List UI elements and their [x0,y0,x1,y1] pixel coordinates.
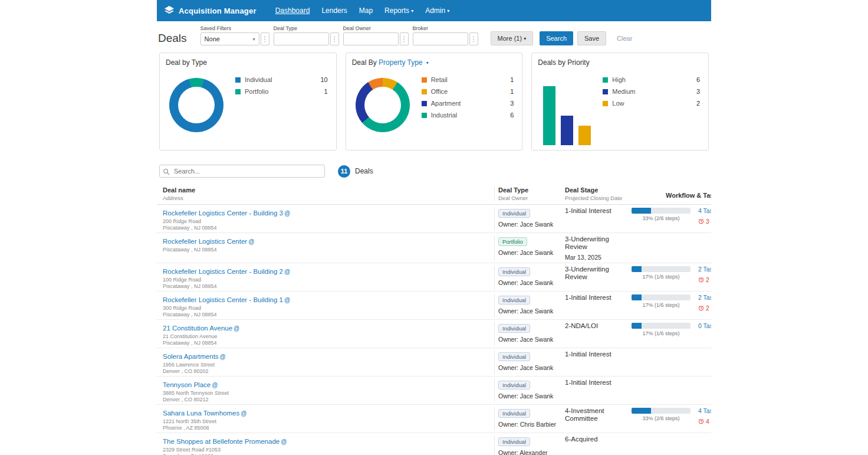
deal-owner-options-button[interactable]: ⋮ [400,32,409,45]
table-row[interactable]: Rockefeller Logistics Center - Building … [157,263,711,292]
brand-name[interactable]: Acquisition Manager [179,6,257,15]
broker-group: Broker⋮ [413,25,478,45]
deal-address-city: Denver , CO 80212 [163,397,494,402]
legend-swatch-icon [235,89,241,94]
tasks-link[interactable]: 0 Tasks [698,322,711,329]
deal-name-link[interactable]: Rockefeller Logistics Center - Building … [163,296,290,303]
deal-map-link-icon[interactable]: @ [234,325,239,332]
deal-owner: Owner: Alexander Lewis [498,449,561,455]
overdue-tasks[interactable]: 2 Overdue [698,276,711,283]
broker-input[interactable] [413,32,468,45]
workflow-progress-bar [632,294,691,300]
deal-name-link[interactable]: Rockefeller Logistics Center - Building … [163,210,290,217]
deal-map-link-icon[interactable]: @ [241,410,246,417]
tasks-link[interactable]: 2 Tasks [698,266,711,273]
chart-group-by-dropdown[interactable]: Property Type ▾ [379,58,429,67]
tasks-link[interactable]: 4 Tasks [698,207,711,214]
legend-label: Medium [612,88,696,95]
nav-links: DashboardLendersMapReports▾Admin▾ [269,4,456,17]
legend-value: 6 [510,112,514,119]
table-row[interactable]: Solera Apartments@ 1956 Lawrence Street … [157,348,711,377]
deal-name-link[interactable]: The Shoppes at Bellefonte Promenade@ [163,438,287,445]
table-row[interactable]: Tennyson Place@ 3885 North Tennyson Stre… [157,377,711,405]
legend-label: Office [431,88,511,95]
tasks-link[interactable]: 2 Tasks [698,294,711,301]
tasks-link[interactable]: 4 Tasks [698,407,711,414]
workflow-progress-text: 33% (2/6 steps) [632,415,691,421]
nav-item-dashboard[interactable]: Dashboard [269,4,316,17]
overdue-tasks[interactable]: 3 Overdue [698,218,711,225]
workflow-progress-fill [632,294,642,300]
legend-item-apartment: Apartment3 [422,100,514,107]
overdue-tasks[interactable]: 4 Overdue [698,418,711,425]
brand[interactable]: Acquisition Manager [164,6,257,15]
workflow-progress-bar [632,208,691,214]
table-row[interactable]: Rockefeller Logistics Center - Building … [157,205,711,233]
table-row[interactable]: The Shoppes at Bellefonte Promenade@ 232… [157,433,711,455]
deal-address-street: Piscataway , NJ 08854 [163,247,494,253]
clear-button[interactable]: Clear [610,31,639,45]
broker-options-button[interactable]: ⋮ [469,32,478,45]
legend-value: 2 [696,100,700,107]
deal-type-input[interactable] [274,32,329,45]
nav-item-map[interactable]: Map [353,4,379,17]
legend-item-industrial: Industrial6 [422,112,514,119]
projected-closing-date: Mar 13, 2025 [565,254,628,261]
deal-owner: Owner: Chris Barbier [498,421,561,428]
search-icon [163,167,170,178]
deal-map-link-icon[interactable]: @ [284,210,290,217]
top-nav: Acquisition Manager DashboardLendersMapR… [157,0,711,21]
nav-item-lenders[interactable]: Lenders [315,4,353,17]
deal-type-label: Deal Type [274,25,339,31]
deal-type-options-button[interactable]: ⋮ [330,32,339,45]
deal-map-link-icon[interactable]: @ [281,438,287,445]
deal-map-link-icon[interactable]: @ [284,269,290,275]
chart-card-deal-by-type: Deal by TypeIndividual10Portfolio1 [159,53,337,150]
alarm-clock-icon [698,218,704,224]
deals-search-input[interactable] [159,165,325,178]
workflow-progress-text: 17% (1/6 steps) [632,274,691,280]
table-row[interactable]: Rockefeller Logistics Center@ Piscataway… [157,233,711,263]
deal-stage: 1-Initial Interest [565,207,628,215]
deal-map-link-icon[interactable]: @ [212,382,218,388]
deals-count-badge: 11 [338,165,350,178]
deal-name-link[interactable]: 21 Constitution Avenue@ [163,325,239,332]
deal-owner: Owner: Jace Swank [498,249,561,256]
deal-name-link[interactable]: Rockefeller Logistics Center@ [163,238,254,245]
save-button[interactable]: Save [577,31,606,45]
overdue-tasks[interactable]: 2 Overdue [698,305,711,312]
legend-item-low: Low2 [603,100,700,107]
legend-item-office: Office1 [422,88,514,95]
nav-item-admin[interactable]: Admin▾ [419,4,455,17]
deal-name-link[interactable]: Tennyson Place@ [163,381,218,388]
legend-item-individual: Individual10 [235,76,328,83]
workflow-progress-fill [632,408,651,414]
chart-title: Deal By Property Type ▾ [352,58,517,67]
charts-row: Deal by TypeIndividual10Portfolio1Deal B… [157,53,711,150]
deal-owner-input[interactable] [343,32,399,45]
saved-filters-options-button[interactable]: ⋮ [261,32,269,45]
deal-address-city: Denver , CO 80202 [163,368,494,374]
saved-filters-group: Saved Filters None ▾ ⋮ [200,25,269,45]
saved-filters-select[interactable]: None ▾ [200,32,259,45]
chart-title: Deals by Priority [538,58,702,67]
deal-name-link[interactable]: Solera Apartments@ [163,353,226,360]
table-row[interactable]: Rockefeller Logistics Center - Building … [157,292,711,320]
legend-swatch-icon [603,77,608,83]
deal-map-link-icon[interactable]: @ [248,238,254,245]
table-row[interactable]: Sahara Luna Townhomes@ 1221 North 35th S… [157,405,711,433]
deal-owner: Owner: Jace Swank [498,279,561,286]
filter-bar: Deals Saved Filters None ▾ ⋮ Deal Type⋮D… [157,21,711,51]
deal-map-link-icon[interactable]: @ [284,297,290,303]
legend-swatch-icon [422,101,427,106]
nav-item-reports[interactable]: Reports▾ [379,4,419,17]
deal-map-link-icon[interactable]: @ [220,353,226,360]
search-button[interactable]: Search [540,31,573,45]
more-filters-button[interactable]: More (1)▾ [491,31,534,45]
deal-name-link[interactable]: Rockefeller Logistics Center - Building … [163,268,290,275]
table-row[interactable]: 21 Constitution Avenue@ 21 Constitution … [157,320,711,348]
deal-name-link[interactable]: Sahara Luna Townhomes@ [163,410,246,417]
deal-stage: 1-Initial Interest [565,351,628,358]
workflow-progress-bar [632,408,691,414]
deal-address-street: 1221 North 35th Street [163,418,494,424]
